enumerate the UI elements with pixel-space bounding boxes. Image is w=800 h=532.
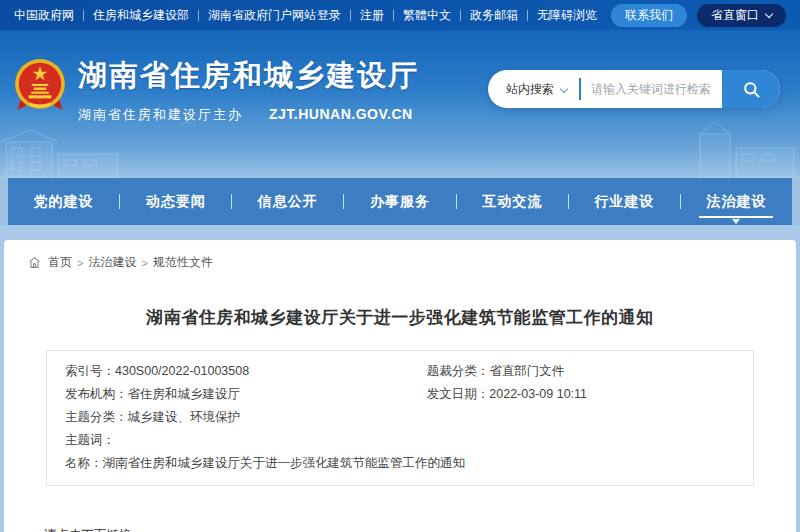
gov-mail-link[interactable]: 政务邮箱 (470, 7, 518, 24)
meta-category: 主题分类：城乡建设、环境保护 (65, 406, 735, 429)
topbar-left-links: 中国政府网 住房和城乡建设部 湖南省政府门户网站 (14, 7, 316, 24)
breadcrumb-home[interactable]: 首页 (48, 254, 72, 271)
meta-index-value: 430S00/2022-01003508 (115, 364, 249, 378)
site-brand: 湖南省住房和城乡建设厅 湖南省住房和建设厅主办 ZJT.HUNAN.GOV.CN (14, 56, 419, 124)
meta-name-label: 名称： (65, 456, 103, 470)
meta-name: 名称：湖南省住房和城乡建设厅关于进一步强化建筑节能监管工作的通知 (65, 452, 735, 475)
site-header: 湖南省住房和城乡建设厅 湖南省住房和建设厅主办 ZJT.HUNAN.GOV.CN… (0, 30, 800, 178)
divider (460, 10, 461, 21)
meta-category-label: 主题分类： (65, 410, 128, 424)
search-scope-dropdown[interactable]: 站内搜索 (488, 81, 579, 98)
meta-genre-value: 省直部门文件 (489, 364, 564, 378)
brand-text: 湖南省住房和城乡建设厅 湖南省住房和建设厅主办 ZJT.HUNAN.GOV.CN (78, 56, 419, 124)
nav-interaction[interactable]: 互动交流 (457, 178, 568, 225)
meta-row: 发布机构：省住房和城乡建设厅 发文日期：2022-03-09 10:11 (65, 383, 735, 406)
meta-category-value: 城乡建设、环境保护 (128, 410, 241, 424)
divider (393, 10, 394, 21)
divider (83, 10, 84, 21)
link-mohurd[interactable]: 住房和城乡建设部 (93, 7, 189, 24)
site-subtitle-row: 湖南省住房和建设厅主办 ZJT.HUNAN.GOV.CN (78, 106, 419, 124)
accessibility-link[interactable]: 无障碍浏览 (537, 7, 597, 24)
site-search-bar: 站内搜索 (488, 70, 780, 108)
chevron-down-icon (560, 85, 568, 93)
meta-date-label: 发文日期： (427, 387, 490, 401)
link-china-gov[interactable]: 中国政府网 (14, 7, 74, 24)
main-nav: 党的建设 动态要闻 信息公开 办事服务 互动交流 行业建设 法治建设 (8, 178, 792, 225)
main-nav-wrap: 党的建设 动态要闻 信息公开 办事服务 互动交流 行业建设 法治建设 (0, 178, 800, 225)
meta-row: 索引号：430S00/2022-01003508 题裁分类：省直部门文件 (65, 360, 735, 383)
document-meta-table: 索引号：430S00/2022-01003508 题裁分类：省直部门文件 发布机… (46, 350, 754, 486)
provincial-window-label: 省直窗口 (711, 7, 759, 24)
national-emblem-logo (14, 58, 66, 116)
site-domain: ZJT.HUNAN.GOV.CN (269, 106, 413, 122)
provincial-window-dropdown[interactable]: 省直窗口 (697, 4, 786, 27)
meta-row: 主题分类：城乡建设、环境保护 (65, 406, 735, 429)
meta-index-label: 索引号： (65, 364, 115, 378)
nav-party-building[interactable]: 党的建设 (8, 178, 119, 225)
login-link[interactable]: 登录 (317, 7, 341, 24)
active-tab-underline (699, 216, 773, 218)
home-icon (28, 256, 41, 269)
meta-name-value: 湖南省住房和城乡建设厅关于进一步强化建筑节能监管工作的通知 (103, 456, 466, 470)
site-subtitle: 湖南省住房和建设厅主办 (78, 106, 243, 124)
meta-genre: 题裁分类：省直部门文件 (427, 360, 735, 383)
nav-rule-of-law-active[interactable]: 法治建设 (681, 178, 792, 225)
meta-keywords: 主题词： (65, 429, 735, 452)
search-button[interactable] (722, 70, 780, 108)
nav-news[interactable]: 动态要闻 (120, 178, 231, 225)
divider (350, 10, 351, 21)
meta-date: 发文日期：2022-03-09 10:11 (427, 383, 735, 406)
meta-genre-label: 题裁分类： (427, 364, 490, 378)
register-link[interactable]: 注册 (360, 7, 384, 24)
search-scope-label: 站内搜索 (506, 81, 554, 98)
search-input[interactable] (581, 82, 722, 96)
topbar-right-links: 登录 注册 繁體中文 政务邮箱 无障碍浏览 联系我们 省直窗口 (317, 4, 786, 27)
meta-index: 索引号：430S00/2022-01003508 (65, 360, 427, 383)
breadcrumb: 首页 > 法治建设 > 规范性文件 (4, 240, 796, 271)
meta-publisher-value: 省住房和城乡建设厅 (128, 387, 241, 401)
page-title: 湖南省住房和城乡建设厅关于进一步强化建筑节能监管工作的通知 (4, 306, 796, 329)
content-card: 首页 > 法治建设 > 规范性文件 湖南省住房和城乡建设厅关于进一步强化建筑节能… (4, 240, 796, 532)
meta-row: 主题词： (65, 429, 735, 452)
link-hint-text: 请点击下面链接 (44, 527, 796, 532)
content-wrap: 首页 > 法治建设 > 规范性文件 湖南省住房和城乡建设厅关于进一步强化建筑节能… (0, 225, 800, 532)
active-tab-caret-icon (732, 219, 740, 224)
nav-services[interactable]: 办事服务 (344, 178, 455, 225)
breadcrumb-separator: > (141, 257, 147, 269)
search-icon (742, 80, 761, 99)
breadcrumb-rule-of-law[interactable]: 法治建设 (88, 254, 136, 271)
nav-active-label: 法治建设 (706, 193, 766, 211)
site-title: 湖南省住房和城乡建设厅 (78, 56, 419, 96)
meta-row: 名称：湖南省住房和城乡建设厅关于进一步强化建筑节能监管工作的通知 (65, 452, 735, 475)
breadcrumb-separator: > (77, 257, 83, 269)
meta-date-value: 2022-03-09 10:11 (489, 387, 587, 401)
divider (198, 10, 199, 21)
nav-info-disclosure[interactable]: 信息公开 (232, 178, 343, 225)
link-hunan-portal[interactable]: 湖南省政府门户网站 (208, 7, 316, 24)
meta-publisher-label: 发布机构： (65, 387, 128, 401)
contact-us-button[interactable]: 联系我们 (611, 4, 687, 27)
breadcrumb-normative-docs[interactable]: 规范性文件 (153, 254, 213, 271)
top-utility-bar: 中国政府网 住房和城乡建设部 湖南省政府门户网站 登录 注册 繁體中文 政务邮箱… (0, 0, 800, 30)
meta-publisher: 发布机构：省住房和城乡建设厅 (65, 383, 427, 406)
meta-keywords-label: 主题词： (65, 433, 115, 447)
nav-industry[interactable]: 行业建设 (569, 178, 680, 225)
divider (527, 10, 528, 21)
chevron-down-icon (765, 9, 773, 17)
traditional-chinese-link[interactable]: 繁體中文 (403, 7, 451, 24)
